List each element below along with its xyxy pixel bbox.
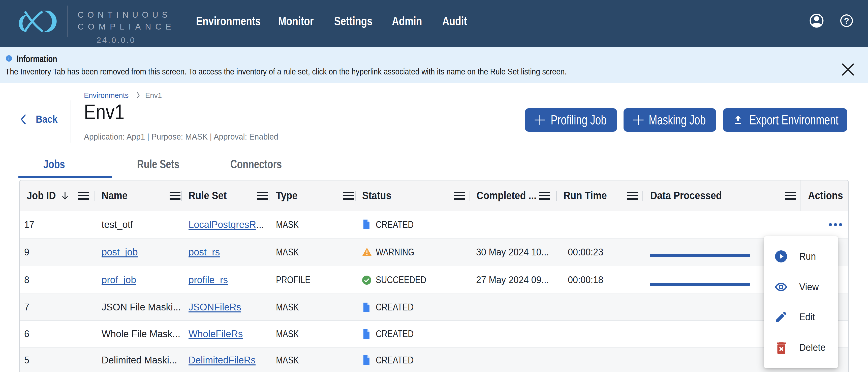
svg-text:?: ?	[844, 16, 849, 26]
